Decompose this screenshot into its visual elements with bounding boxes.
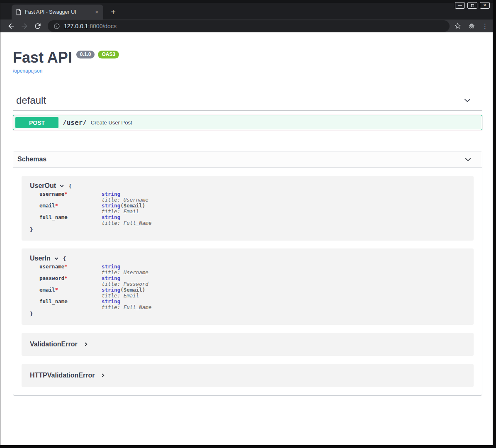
close-brace: } <box>30 311 465 317</box>
type-line: string <box>102 214 151 220</box>
browser-chrome: Fast API - Swagger UI ✕ + — ✕ 127.0.0.1:… <box>0 0 493 32</box>
minimize-icon: — <box>458 3 462 7</box>
api-title-row: Fast API 0.1.0 OAS3 <box>13 49 482 66</box>
title-line: title: Full_Name <box>102 220 151 226</box>
chevron-down-icon[interactable] <box>54 256 59 261</box>
address-bar[interactable]: 127.0.0.1:8000/docs <box>48 20 450 32</box>
browser-window: Fast API - Swagger UI ✕ + — ✕ 127.0.0.1:… <box>0 0 493 445</box>
browser-tab[interactable]: Fast API - Swagger UI ✕ <box>12 5 103 19</box>
url-path: :8000/docs <box>88 23 117 29</box>
property-detail: string title: Full_Name <box>102 214 151 226</box>
tag-name: default <box>16 95 46 106</box>
property-detail: string($email) title: Email <box>102 287 145 299</box>
url-text: 127.0.0.1:8000/docs <box>64 22 117 30</box>
property-row: password* string title: Password <box>39 275 465 287</box>
model-name: ValidationError <box>30 341 78 348</box>
close-window-button[interactable]: ✕ <box>480 2 490 9</box>
browser-menu-icon[interactable]: ⋮ <box>482 22 488 30</box>
property-name: full_name <box>39 299 102 310</box>
property-row: full_name string title: Full_Name <box>39 214 465 226</box>
type-line: string <box>102 191 148 197</box>
property-name: full_name <box>39 214 102 226</box>
forward-icon[interactable] <box>20 22 29 30</box>
close-brace: } <box>30 226 465 233</box>
required-star: * <box>64 263 68 270</box>
operation-summary: Create User Post <box>91 119 132 126</box>
type-line: string <box>102 299 151 304</box>
model-header[interactable]: HTTPValidationError <box>30 372 465 379</box>
model-name: UserOut <box>30 182 56 190</box>
model-name: HTTPValidationError <box>30 372 95 379</box>
close-icon: ✕ <box>483 3 486 7</box>
chevron-down-icon[interactable] <box>463 96 472 105</box>
info-icon[interactable] <box>53 23 60 29</box>
schemas-title: Schemas <box>17 156 46 163</box>
schemas-header[interactable]: Schemas <box>13 151 482 168</box>
required-star: * <box>64 191 68 197</box>
chevron-right-icon[interactable] <box>83 342 88 347</box>
oas3-badge: OAS3 <box>98 51 119 58</box>
tag-header-default[interactable]: default <box>13 95 482 111</box>
api-info: Fast API 0.1.0 OAS3 /openapi.json <box>13 49 482 74</box>
open-brace: { <box>63 256 66 262</box>
property-name: email* <box>39 287 102 299</box>
page-icon <box>16 9 22 15</box>
refresh-icon[interactable] <box>34 22 42 30</box>
title-line: title: Email <box>102 209 145 214</box>
model-header[interactable]: ValidationError <box>30 341 465 348</box>
property-detail: string title: Username <box>102 264 148 275</box>
required-star: * <box>64 275 68 281</box>
version-badge: 0.1.0 <box>76 51 95 58</box>
required-star: * <box>55 287 58 293</box>
browser-toolbar: 127.0.0.1:8000/docs ⋮ <box>0 19 493 32</box>
model-header[interactable]: UserOut { <box>30 182 465 190</box>
new-tab-button[interactable]: + <box>108 7 118 17</box>
bookmark-star-icon[interactable] <box>454 22 462 30</box>
maximize-icon <box>471 4 474 7</box>
title-line: title: Full_Name <box>102 304 151 310</box>
property-row: username* string title: Username <box>39 191 465 203</box>
property-row: username* string title: Username <box>39 264 465 275</box>
title-line: title: Username <box>102 197 148 203</box>
open-brace: { <box>68 183 72 189</box>
model-properties: username* string title: Username passwor… <box>39 264 465 310</box>
chevron-down-icon[interactable] <box>464 156 472 163</box>
property-detail: string title: Username <box>102 191 148 203</box>
property-detail: string title: Password <box>102 275 148 287</box>
page-title: Fast API <box>13 49 72 66</box>
openapi-spec-link[interactable]: /openapi.json <box>13 68 42 74</box>
model-card-httpvalidationerror: HTTPValidationError <box>22 364 474 387</box>
url-host: 127.0.0.1 <box>64 23 88 29</box>
swagger-page: Fast API 0.1.0 OAS3 /openapi.json defaul… <box>0 32 493 445</box>
operation-path: /user/ <box>63 119 87 127</box>
model-name: UserIn <box>30 255 51 262</box>
property-detail: string title: Full_Name <box>102 299 151 310</box>
schemas-body: UserOut { username* string title: Userna… <box>13 168 482 395</box>
incognito-icon <box>467 22 476 30</box>
property-row: full_name string title: Full_Name <box>39 299 465 310</box>
model-properties: username* string title: Username email* … <box>39 191 465 226</box>
title-line: title: Email <box>102 293 145 299</box>
title-line: title: Username <box>102 270 148 275</box>
property-name: username* <box>39 264 102 275</box>
tab-strip: Fast API - Swagger UI ✕ + — ✕ <box>0 0 493 19</box>
property-row: email* string($email) title: Email <box>39 287 465 299</box>
model-card-userin: UserIn { username* string title: Usernam… <box>22 248 474 325</box>
model-header[interactable]: UserIn { <box>30 255 465 262</box>
property-detail: string($email) title: Email <box>102 203 145 214</box>
operation-post-user[interactable]: POST /user/ Create User Post <box>13 115 482 130</box>
maximize-button[interactable] <box>467 2 477 9</box>
tag-section-default: default POST /user/ Create User Post <box>13 95 482 130</box>
close-tab-icon[interactable]: ✕ <box>93 9 100 15</box>
chevron-right-icon[interactable] <box>100 373 105 378</box>
property-name: password* <box>39 275 102 287</box>
required-star: * <box>55 202 58 209</box>
property-name: username* <box>39 191 102 203</box>
property-row: email* string($email) title: Email <box>39 203 465 214</box>
back-icon[interactable] <box>7 22 15 30</box>
model-card-userout: UserOut { username* string title: Userna… <box>22 176 474 241</box>
minimize-button[interactable]: — <box>455 2 465 9</box>
schemas-section: Schemas UserOut { username* st <box>13 151 482 396</box>
type-line: string <box>102 264 148 270</box>
chevron-down-icon[interactable] <box>59 183 64 188</box>
